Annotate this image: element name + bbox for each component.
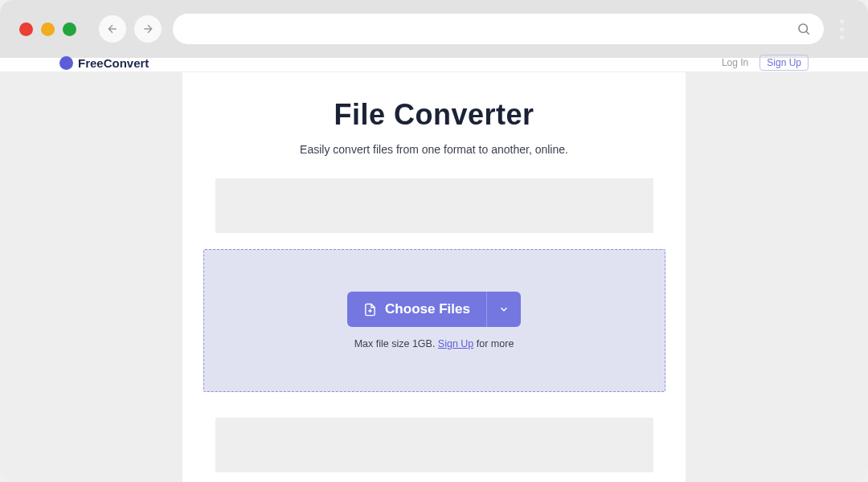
- signup-inline-link[interactable]: Sign Up: [438, 338, 473, 349]
- forward-button[interactable]: [134, 15, 162, 43]
- signup-button[interactable]: Sign Up: [760, 55, 809, 71]
- kebab-dot-icon: [840, 27, 844, 31]
- ad-placeholder-top: [215, 178, 653, 233]
- page-subtitle: Easily convert files from one format to …: [300, 143, 568, 156]
- logo-icon: [59, 56, 73, 70]
- page-body: File Converter Easily convert files from…: [0, 72, 868, 482]
- main-content: File Converter Easily convert files from…: [182, 72, 686, 482]
- arrow-right-icon: [141, 22, 154, 35]
- arrow-left-icon: [106, 22, 119, 35]
- close-window-button[interactable]: [19, 22, 33, 36]
- nav-buttons: [99, 15, 162, 43]
- file-add-icon: [363, 303, 377, 317]
- logo-text: FreeConvert: [78, 56, 149, 70]
- header-auth: Log In Sign Up: [722, 55, 809, 71]
- max-file-text: Max file size 1GB. Sign Up for more: [354, 338, 514, 349]
- browser-chrome: [0, 0, 868, 58]
- kebab-dot-icon: [840, 19, 844, 23]
- maximize-window-button[interactable]: [63, 22, 76, 36]
- page-title: File Converter: [334, 98, 534, 132]
- minimize-window-button[interactable]: [41, 22, 55, 36]
- site-header: FreeConvert Log In Sign Up: [0, 58, 868, 72]
- chevron-down-icon: [498, 304, 510, 315]
- choose-files-dropdown[interactable]: [486, 292, 521, 327]
- choose-files-button[interactable]: Choose Files: [347, 292, 486, 327]
- max-suffix: for more: [473, 338, 514, 349]
- sidebar-ad-left: [10, 98, 182, 482]
- sidebar-ad-right: [686, 98, 858, 482]
- window-controls: [19, 22, 76, 36]
- login-link[interactable]: Log In: [722, 57, 748, 68]
- ad-placeholder-bottom: [215, 418, 653, 472]
- choose-files-group: Choose Files: [347, 292, 521, 327]
- file-dropzone[interactable]: Choose Files Max file size 1GB. Sign Up …: [203, 249, 665, 392]
- browser-window: FreeConvert Log In Sign Up File Converte…: [0, 0, 868, 482]
- browser-menu-button[interactable]: [835, 19, 849, 39]
- address-bar[interactable]: [173, 14, 824, 44]
- max-prefix: Max file size 1GB.: [354, 338, 438, 349]
- choose-files-label: Choose Files: [385, 301, 470, 317]
- site-logo[interactable]: FreeConvert: [59, 56, 149, 70]
- kebab-dot-icon: [840, 35, 844, 39]
- svg-point-0: [799, 24, 808, 33]
- search-icon: [796, 22, 811, 36]
- back-button[interactable]: [99, 15, 126, 43]
